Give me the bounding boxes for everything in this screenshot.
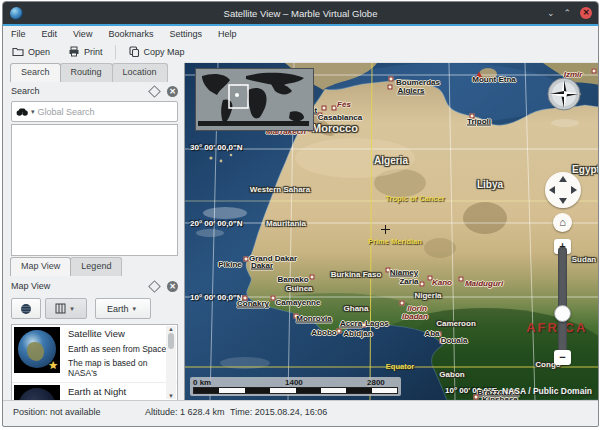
zoom-out-button[interactable]: − [554,350,571,365]
menu-bookmarks[interactable]: Bookmarks [100,29,161,39]
celestial-body-button[interactable] [11,298,41,319]
map-label-pikine: Pikine [218,260,242,269]
search-input[interactable]: ▾ Global Search [11,101,178,122]
search-panel-title: Search [11,86,150,96]
placemark-marker-tripoli[interactable] [470,114,475,119]
map-label-30-00-00-0-n: 30° 00' 00,0"N [190,143,242,152]
close-panel-icon[interactable]: ✕ [167,281,178,292]
map-label-egypt: Egypt [572,164,599,175]
placemark-marker-rabat[interactable] [322,106,327,111]
menu-view[interactable]: View [65,29,100,39]
placemark-marker-camayenne[interactable] [271,296,276,301]
map-label-guinea: Guinea [285,284,312,293]
home-button[interactable]: ⌂ [553,213,572,232]
scroll-down-icon[interactable]: ▼ [168,393,174,399]
map-label-burkina-faso: Burkina Faso [331,270,382,279]
map-label-africa: AFRICA [526,320,587,335]
float-panel-icon[interactable] [148,280,161,293]
placemark-marker-izmir[interactable] [592,69,597,74]
theme-title: Earth at Night [68,386,163,397]
placemark-marker-niamey[interactable] [386,268,391,273]
menu-file[interactable]: File [3,29,34,39]
placemark-marker-monrovia[interactable] [294,314,299,319]
menu-help[interactable]: Help [210,29,245,39]
placemark-marker-aba[interactable] [437,332,442,337]
mapview-panel-title: Map View [11,281,150,291]
placemark-marker-ilorin[interactable] [400,301,405,306]
search-results-list[interactable] [11,124,178,256]
status-bar: Position: not available Altitude: 1 628.… [3,400,598,425]
scrollbar-handle[interactable] [168,333,174,349]
placemark-marker-zaria[interactable] [420,282,425,287]
sidebar: Search Routing Location Search ✕ ▾ Globa… [3,62,184,400]
placemark-marker-f-s[interactable] [332,106,337,111]
overview-map[interactable] [195,68,314,131]
pan-up-icon[interactable] [559,176,567,182]
tab-legend[interactable]: Legend [70,257,122,276]
tab-routing[interactable]: Routing [60,63,113,82]
map-label-libya: Libya [477,179,503,190]
theme-item-satellite-view[interactable]: ★ Satellite View Earth as seen from Spac… [12,325,177,383]
map-label-zaria: Zaria [399,277,418,286]
placemark-marker-abobo[interactable] [337,329,342,334]
menu-settings[interactable]: Settings [161,29,210,39]
map-label-morocco: Morocco [312,122,358,134]
theme-desc: The map is based on NASA's [68,358,175,378]
theme-list-scrollbar[interactable]: ▲ ▼ [166,326,176,399]
placemark-marker-algiers[interactable] [388,85,393,90]
theme-title: Satellite View [68,328,175,339]
float-panel-icon[interactable] [148,85,161,98]
placemark-marker-kinshasa[interactable] [474,395,479,400]
title-bar[interactable]: Satellite View – Marble Virtual Globe ⌄ … [3,2,598,24]
scale-segments [193,387,398,394]
placemark-marker-kano[interactable] [428,276,433,281]
pan-down-icon[interactable] [559,198,567,204]
pan-right-icon[interactable] [571,186,577,194]
theme-item-earth-at-night[interactable]: Earth at Night This image of Earth's cit… [12,383,177,401]
compass-rose[interactable] [547,77,581,111]
chevron-down-icon: ▾ [70,305,74,313]
minimize-button[interactable]: ⌄ [547,9,555,18]
menu-edit[interactable]: Edit [34,29,66,39]
copy-map-button[interactable]: Copy Map [119,46,194,57]
tab-search[interactable]: Search [10,63,61,82]
placemark-marker-maiduguri[interactable] [459,277,464,282]
pan-dpad[interactable] [545,172,581,208]
placemark-marker-bamako[interactable] [310,275,315,280]
scroll-up-icon[interactable]: ▲ [168,326,174,332]
map-center-crosshair-icon [381,225,390,234]
placemark-marker-douala[interactable] [440,339,445,344]
projection-button[interactable]: ▾ [45,298,87,319]
status-time: Time: 2015.08.24, 16:06 [230,407,327,417]
map-label-dakar: Dakar [251,261,273,270]
tab-map-view[interactable]: Map View [10,257,71,276]
celestial-select[interactable]: Earth ▾ [95,298,151,319]
placemark-marker-grand-dakar[interactable] [244,257,249,262]
close-button[interactable]: ✕ [580,7,592,19]
map-canvas[interactable]: 30° 00' 00,0"N20° 00' 00,0"N10° 00' 00,0… [184,63,599,400]
placemark-marker-conakry[interactable] [243,296,248,301]
maximize-button[interactable]: ⌃ [563,9,571,18]
placemark-marker-brazzaville[interactable] [480,392,485,397]
zoom-slider-handle[interactable] [554,305,571,322]
search-mode-caret-icon[interactable]: ▾ [31,108,35,116]
placemark-marker-dakar[interactable] [256,257,261,262]
placemark-marker-accra[interactable] [362,323,367,328]
open-button[interactable]: Open [3,46,59,57]
placemark-marker-boumerdas[interactable] [389,77,394,82]
map-label-20-00-00-0-n: 20° 00' 00,0"N [190,219,242,228]
tab-location[interactable]: Location [112,63,168,82]
map-label-10-00-00-0-e: 10° 00' 00,0"E [445,386,497,395]
window-title: Satellite View – Marble Virtual Globe [3,8,598,19]
pan-left-icon[interactable] [549,186,555,194]
volcano-marker-mount-etna[interactable] [475,72,483,79]
print-button[interactable]: Print [59,46,112,57]
marble-window: Satellite View – Marble Virtual Globe ⌄ … [2,1,599,427]
map-label-niamey: Niamey [390,268,418,277]
tool-bar: Open Print Copy Map [3,41,598,63]
zoom-slider-track[interactable] [558,247,567,361]
close-panel-icon[interactable]: ✕ [167,86,178,97]
placemark-marker-casablanca[interactable] [318,113,323,118]
favorite-star-icon[interactable]: ★ [48,359,58,372]
map-label-maiduguri: Maiduguri [465,279,503,288]
